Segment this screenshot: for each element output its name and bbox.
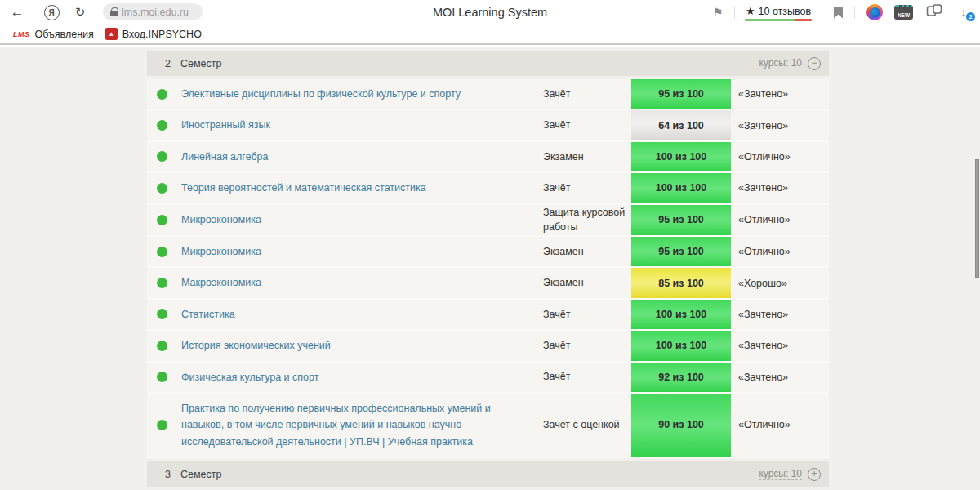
assessment-type: Зачёт bbox=[543, 369, 631, 385]
status-dot-cell bbox=[157, 215, 181, 225]
refresh-icon[interactable]: ↻ bbox=[70, 0, 90, 24]
grade-text: «Отлично» bbox=[731, 246, 829, 257]
browser-toolbar: ← Я ↻ lms.moi.edu.ru MOI Learning System… bbox=[0, 0, 980, 24]
assessment-type: Зачёт bbox=[543, 338, 631, 354]
semester-title: Семестр bbox=[180, 58, 759, 69]
course-cell: Статистика bbox=[181, 300, 543, 329]
course-cell: Иностранный язык bbox=[181, 110, 543, 140]
status-dot-cell bbox=[157, 247, 181, 257]
course-link[interactable]: Микроэкономика bbox=[181, 214, 261, 225]
inpsycho-favicon: ▲ bbox=[105, 28, 118, 40]
grade-text: «Зачтено» bbox=[731, 340, 829, 351]
table-row: Практика по получению первичных професси… bbox=[147, 394, 829, 458]
course-cell: Практика по получению первичных професси… bbox=[181, 394, 543, 457]
status-dot-icon bbox=[157, 341, 167, 351]
url-text: lms.moi.edu.ru bbox=[122, 7, 189, 18]
course-cell: Физическая культура и спорт bbox=[181, 363, 543, 392]
semester-3-header[interactable]: 3 Семестр курсы: 10 + bbox=[147, 461, 829, 487]
assessment-type: Зачёт bbox=[543, 87, 631, 102]
course-cell: Линейная алгебра bbox=[181, 142, 543, 172]
grade-text: «Зачтено» bbox=[731, 120, 829, 131]
score-badge: 100 из 100 bbox=[631, 142, 731, 172]
course-link[interactable]: Макроэкономика bbox=[181, 277, 261, 288]
status-dot-icon bbox=[157, 215, 167, 225]
table-rows: Элективные дисциплины по физической куль… bbox=[147, 79, 829, 458]
status-dot-icon bbox=[157, 89, 167, 100]
grade-text: «Зачтено» bbox=[731, 372, 829, 383]
course-link[interactable]: Практика по получению первичных професси… bbox=[181, 403, 491, 448]
status-dot-icon bbox=[157, 420, 167, 430]
assessment-type: Зачёт bbox=[543, 180, 631, 196]
course-link[interactable]: Физическая культура и спорт bbox=[181, 372, 318, 383]
course-cell: Элективные дисциплины по физической куль… bbox=[181, 79, 543, 109]
semester-title: Семестр bbox=[180, 469, 759, 480]
grade-text: «Хорошо» bbox=[731, 278, 829, 289]
yandex-home-icon[interactable]: Я bbox=[41, 0, 62, 24]
collapse-icon[interactable]: − bbox=[808, 57, 821, 70]
new-tab-extension-icon[interactable]: NEW bbox=[894, 5, 913, 20]
address-bar[interactable]: lms.moi.edu.ru bbox=[103, 3, 203, 20]
score-badge: 100 из 100 bbox=[631, 300, 731, 329]
back-icon[interactable]: ← bbox=[7, 0, 28, 24]
course-link[interactable]: Линейная алгебра bbox=[181, 151, 269, 163]
assessment-type: Зачёт bbox=[543, 118, 631, 133]
course-link[interactable]: Статистика bbox=[181, 309, 235, 320]
grade-text: «Отлично» bbox=[731, 151, 829, 163]
lock-icon bbox=[110, 11, 118, 16]
status-dot-cell bbox=[157, 309, 181, 319]
score-badge: 90 из 100 bbox=[631, 394, 731, 457]
bookmark-icon[interactable] bbox=[834, 7, 843, 19]
reviews-count: 10 отзывов bbox=[759, 6, 812, 17]
downloads-badge: 2 bbox=[966, 12, 975, 21]
lms-favicon: LMS bbox=[13, 30, 30, 38]
table-row: Теория вероятностей и математическая ста… bbox=[147, 173, 829, 204]
expand-icon[interactable]: + bbox=[808, 468, 821, 481]
assessment-type: Экзамен bbox=[543, 275, 631, 291]
status-dot-cell bbox=[157, 372, 181, 382]
toolbar-right-icons: ⚑ ★ 10 отзывов NEW ↓ 2 bbox=[708, 0, 980, 24]
course-link[interactable]: Микроэкономика bbox=[181, 246, 261, 257]
table-row: Статистика Зачёт 100 из 100 «Зачтено» bbox=[147, 300, 829, 331]
status-dot-cell bbox=[157, 278, 181, 288]
extension-browser-icon[interactable] bbox=[866, 4, 883, 20]
status-dot-cell bbox=[157, 151, 181, 162]
course-cell: Макроэкономика bbox=[181, 268, 543, 297]
table-row: Микроэкономика Экзамен 95 из 100 «Отличн… bbox=[147, 237, 829, 268]
course-link[interactable]: История экономических учений bbox=[181, 340, 331, 351]
grade-text: «Зачтено» bbox=[731, 309, 829, 320]
score-badge: 92 из 100 bbox=[631, 363, 731, 392]
assessment-type: Защита курсовой работы bbox=[543, 205, 631, 236]
course-link[interactable]: Элективные дисциплины по физической куль… bbox=[181, 88, 461, 100]
bookmark-announcements[interactable]: LMS Объявления bbox=[10, 27, 97, 42]
semester-number: 3 bbox=[165, 469, 171, 480]
semester-2-header[interactable]: 2 Семестр курсы: 10 − bbox=[147, 51, 829, 76]
status-dot-icon bbox=[157, 278, 167, 288]
semester-number: 2 bbox=[165, 58, 171, 69]
toolbar-separator bbox=[854, 6, 855, 19]
scrollbar-thumb[interactable] bbox=[975, 159, 979, 278]
courses-count-link[interactable]: курсы: 10 bbox=[759, 57, 802, 69]
status-dot-cell bbox=[157, 420, 181, 430]
site-reviews-button[interactable]: ★ 10 отзывов bbox=[742, 3, 815, 21]
course-link[interactable]: Теория вероятностей и математическая ста… bbox=[181, 182, 426, 194]
table-row: Макроэкономика Экзамен 85 из 100 «Хорошо… bbox=[147, 268, 829, 299]
course-cell: Микроэкономика bbox=[181, 205, 543, 234]
status-dot-cell bbox=[157, 89, 181, 100]
grade-text: «Отлично» bbox=[731, 419, 829, 430]
course-link[interactable]: Иностранный язык bbox=[181, 119, 270, 131]
downloads-icon[interactable]: ↓ 2 bbox=[956, 6, 972, 19]
bookmark-inpsycho[interactable]: ▲ Вход.INPSYCHO bbox=[102, 26, 205, 42]
grade-text: «Зачтено» bbox=[731, 182, 829, 194]
page-content: 2 Семестр курсы: 10 − Элективные дисципл… bbox=[0, 47, 980, 490]
score-badge: 95 из 100 bbox=[631, 79, 731, 109]
table-row: Линейная алгебра Экзамен 100 из 100 «Отл… bbox=[147, 142, 829, 173]
courses-count-link[interactable]: курсы: 10 bbox=[759, 468, 802, 480]
status-dot-cell bbox=[157, 120, 181, 131]
side-panels-icon[interactable] bbox=[926, 3, 942, 21]
status-dot-icon bbox=[157, 309, 167, 319]
status-dot-icon bbox=[157, 247, 167, 257]
protect-icon[interactable]: ⚑ bbox=[708, 6, 728, 19]
scrollbar-track[interactable] bbox=[973, 47, 980, 490]
table-row: Иностранный язык Зачёт 64 из 100 «Зачтен… bbox=[147, 110, 829, 141]
status-dot-icon bbox=[157, 372, 167, 382]
